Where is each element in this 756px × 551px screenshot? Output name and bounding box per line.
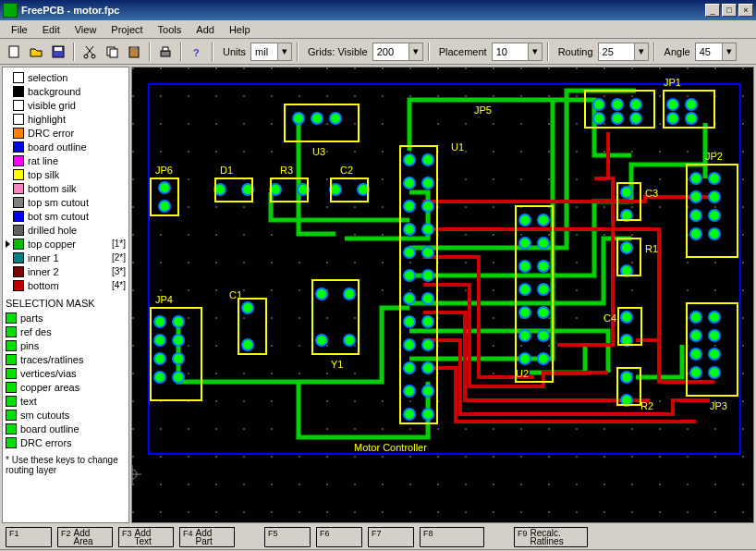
fkey-num: F2 [61, 529, 71, 538]
print-button[interactable] [155, 42, 176, 62]
angle-select[interactable]: 45▾ [695, 43, 737, 61]
mask-ref-des[interactable]: ref des [6, 324, 126, 338]
fkey-f4[interactable]: F4Add Part [179, 527, 235, 547]
fkey-f8[interactable]: F8 [420, 527, 484, 547]
svg-point-82 [519, 214, 530, 226]
fkey-f9[interactable]: F9Recalc. Ratlines [514, 527, 588, 547]
legend-highlight[interactable]: highlight [6, 112, 126, 126]
close-button[interactable]: × [738, 4, 753, 17]
legend-rat-line[interactable]: rat line [6, 153, 126, 167]
chevron-down-icon: ▾ [634, 43, 648, 60]
paste-button[interactable] [124, 42, 144, 62]
svg-point-56 [690, 367, 701, 378]
mask-copper-areas[interactable]: copper areas [6, 380, 126, 394]
legend-bot-sm-cutout[interactable]: bot sm cutout [6, 209, 126, 223]
menu-project[interactable]: Project [104, 22, 150, 37]
fkey-f7[interactable]: F7 [368, 527, 414, 547]
mask-parts[interactable]: parts [6, 311, 126, 324]
legend-DRC-error[interactable]: DRC error [6, 126, 126, 140]
svg-point-104 [316, 288, 327, 300]
open-button[interactable] [26, 42, 46, 62]
cut-button[interactable] [79, 42, 100, 62]
routing-select[interactable]: 25▾ [598, 43, 649, 61]
svg-point-35 [173, 316, 184, 327]
menu-edit[interactable]: Edit [35, 22, 67, 37]
color-swatch [13, 183, 24, 194]
fkey-f2[interactable]: F2Add Area [57, 527, 113, 547]
svg-point-91 [538, 261, 549, 272]
fkey-f3[interactable]: F3Add Text [118, 527, 174, 547]
mask-board-outline[interactable]: board outline [6, 422, 126, 435]
color-swatch [13, 266, 24, 277]
svg-point-33 [159, 201, 170, 212]
maximize-button[interactable]: □ [722, 4, 737, 17]
menu-view[interactable]: View [67, 22, 104, 37]
fkey-f5[interactable]: F5 [264, 527, 311, 547]
svg-point-57 [709, 367, 720, 378]
mask-vertices-vias[interactable]: vertices/vias [6, 366, 126, 380]
svg-point-79 [422, 362, 433, 373]
grids-select[interactable]: 200▾ [372, 43, 423, 61]
svg-point-89 [538, 214, 549, 226]
legend-label: rat line [28, 155, 58, 166]
svg-point-27 [630, 113, 641, 124]
svg-point-44 [690, 191, 701, 202]
legend-bottom[interactable]: bottom[4*] [6, 278, 126, 292]
color-swatch [13, 155, 24, 166]
units-select[interactable]: mil▾ [250, 43, 292, 61]
legend-top-copper[interactable]: top copper[1*] [6, 237, 126, 251]
svg-point-105 [344, 288, 355, 300]
refdes-C2: C2 [340, 165, 353, 176]
layer-hotkey: [3*] [112, 266, 126, 276]
svg-rect-0 [9, 46, 18, 57]
minimize-button[interactable]: _ [705, 4, 720, 17]
mask-traces-ratlines[interactable]: traces/ratlines [6, 352, 126, 366]
legend-drilled-hole[interactable]: drilled hole [6, 223, 126, 237]
svg-point-46 [690, 210, 701, 221]
menu-add[interactable]: Add [189, 22, 222, 37]
svg-point-23 [612, 99, 623, 110]
mask-text[interactable]: text [6, 394, 126, 408]
fkey-num: F4 [183, 529, 193, 538]
mask-DRC-errors[interactable]: DRC errors [6, 435, 126, 449]
svg-point-47 [709, 210, 720, 221]
menu-file[interactable]: File [4, 22, 35, 37]
svg-point-60 [404, 201, 415, 212]
fkey-num: F3 [122, 529, 132, 538]
layer-hotkey: [2*] [112, 252, 126, 263]
mask-pins[interactable]: pins [6, 338, 126, 352]
legend-bottom-silk[interactable]: bottom silk [6, 181, 126, 195]
fkey-f6[interactable]: F6 [316, 527, 362, 547]
pcb-canvas[interactable]: JP1JP2JP3JP4JP5JP6U1U2U3D1R1R2R3C1C2C3C4… [131, 67, 754, 523]
legend-inner-1[interactable]: inner 1[2*] [6, 251, 126, 264]
menu-tools[interactable]: Tools [151, 22, 189, 37]
mask-sm-cutouts[interactable]: sm cutouts [6, 408, 126, 422]
fkey-num: F6 [320, 529, 330, 538]
legend-board-outline[interactable]: board outline [6, 140, 126, 153]
mask-label: copper areas [20, 382, 79, 393]
legend-top-sm-cutout[interactable]: top sm cutout [6, 195, 126, 209]
legend-visible-grid[interactable]: visible grid [6, 98, 126, 112]
svg-point-88 [519, 353, 530, 364]
chevron-down-icon: ▾ [722, 43, 736, 60]
refdes-D1: D1 [220, 165, 233, 176]
mask-swatch [6, 368, 17, 379]
legend-top-silk[interactable]: top silk [6, 167, 126, 181]
color-swatch [13, 239, 24, 250]
save-button[interactable] [48, 42, 68, 62]
fkey-f1[interactable]: F1 [6, 527, 52, 547]
svg-point-110 [621, 242, 632, 253]
help-button[interactable]: ? [187, 42, 207, 62]
svg-point-102 [242, 302, 253, 313]
refdes-R2: R2 [640, 400, 653, 411]
copy-button[interactable] [102, 42, 122, 62]
svg-point-81 [422, 409, 433, 420]
legend-label: top copper [28, 239, 76, 250]
legend-inner-2[interactable]: inner 2[3*] [6, 264, 126, 278]
legend-selection[interactable]: selection [6, 70, 126, 84]
placement-select[interactable]: 10▾ [492, 43, 543, 61]
legend-background[interactable]: background [6, 84, 126, 98]
refdes-C1: C1 [229, 289, 242, 300]
new-button[interactable] [4, 42, 24, 62]
menu-help[interactable]: Help [222, 22, 258, 37]
